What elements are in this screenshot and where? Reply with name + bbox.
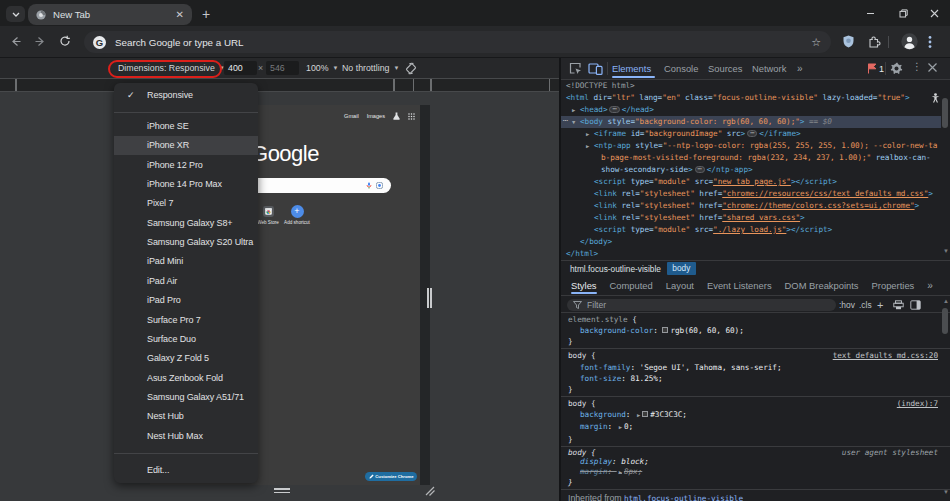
shorthand-expand-icon[interactable]: ▶ bbox=[635, 412, 642, 418]
tree-row[interactable]: <body style="background-color: rgb(60, 6… bbox=[580, 116, 832, 128]
devtools-close-button[interactable] bbox=[927, 62, 938, 73]
device-menu-item-samsung-galaxy-a51-71[interactable]: Samsung Galaxy A51/71 bbox=[114, 387, 258, 406]
profile-avatar[interactable] bbox=[901, 33, 918, 50]
tree-row[interactable]: <html dir="ltr" lang="en" class="focus-o… bbox=[566, 92, 910, 104]
expand-inline-button[interactable]: ⋯ bbox=[695, 166, 705, 173]
viewport-resize-bottom-grip[interactable] bbox=[274, 488, 290, 490]
css-selector[interactable]: body bbox=[568, 448, 586, 457]
extensions-button[interactable] bbox=[868, 35, 881, 48]
tree-row[interactable]: <!DOCTYPE html> bbox=[566, 80, 635, 92]
google-lens-icon[interactable] bbox=[376, 182, 383, 189]
customize-chrome-button[interactable]: Customize Chrome bbox=[365, 472, 417, 481]
devtools-tab-elements[interactable]: Elements bbox=[612, 58, 651, 79]
extension-shield-icon[interactable] bbox=[843, 35, 854, 48]
sidebar-tab-layout[interactable]: Layout bbox=[666, 276, 694, 296]
apps-grid-icon[interactable] bbox=[408, 113, 415, 120]
viewport-resize-right-grip[interactable] bbox=[427, 288, 429, 308]
tab-search-button[interactable] bbox=[6, 6, 25, 22]
bookmark-star-icon[interactable]: ☆ bbox=[811, 36, 821, 49]
css-declaration[interactable]: font-family: 'Segoe UI', Tahoma, sans-se… bbox=[568, 362, 950, 373]
expand-inline-button[interactable]: ⋯ bbox=[747, 130, 757, 137]
window-minimize-button[interactable] bbox=[863, 6, 877, 20]
devtools-settings-button[interactable] bbox=[890, 62, 903, 75]
rotate-viewport-button[interactable] bbox=[404, 58, 418, 78]
sidebar-more-tabs-button[interactable]: » bbox=[927, 276, 933, 296]
color-swatch[interactable] bbox=[642, 411, 648, 417]
new-style-rule-button[interactable]: + bbox=[877, 296, 883, 313]
css-declaration[interactable]: display: block; bbox=[568, 457, 950, 467]
back-button[interactable] bbox=[10, 36, 21, 47]
sidebar-tab-computed[interactable]: Computed bbox=[610, 276, 653, 296]
viewport-height-input[interactable]: 546 bbox=[266, 58, 299, 78]
device-menu-item-nest-hub-max[interactable]: Nest Hub Max bbox=[114, 426, 258, 445]
css-declaration[interactable]: font-size: 81.25%; bbox=[568, 373, 950, 384]
tree-row[interactable]: <link rel="stylesheet" href="chrome://th… bbox=[594, 200, 919, 212]
tree-row-menu-dots[interactable]: ⋯ bbox=[563, 116, 567, 128]
tree-collapsed-arrow-icon[interactable]: ▶ bbox=[572, 104, 575, 116]
stylesheet-source-link[interactable]: text_defaults_md.css:20 bbox=[833, 350, 938, 361]
device-menu-item-surface-duo[interactable]: Surface Duo bbox=[114, 329, 258, 348]
window-close-button[interactable] bbox=[927, 6, 941, 20]
tree-row[interactable]: <script type="module" src="new_tab_page.… bbox=[594, 176, 837, 188]
new-tab-button[interactable]: + bbox=[198, 6, 214, 22]
tree-row[interactable]: b-page-most-visited-foreground: rgba(232… bbox=[601, 152, 931, 164]
styles-scrollbar-thumb[interactable] bbox=[942, 308, 948, 334]
tree-row[interactable]: <link rel="stylesheet" href="chrome://re… bbox=[594, 188, 933, 200]
scroll-down-icon[interactable]: ▼ bbox=[943, 489, 949, 495]
tree-row[interactable]: </html> bbox=[566, 248, 598, 260]
shorthand-expand-icon[interactable]: ▶ bbox=[617, 424, 624, 430]
expand-inline-button[interactable]: ⋯ bbox=[609, 106, 619, 113]
css-selector[interactable]: body bbox=[568, 399, 586, 408]
devtools-tab-console[interactable]: Console bbox=[664, 58, 698, 79]
device-menu-item-ipad-mini[interactable]: iPad Mini bbox=[114, 252, 258, 271]
device-menu-item-ipad-air[interactable]: iPad Air bbox=[114, 271, 258, 290]
viewport-resize-bottom-grip[interactable] bbox=[274, 492, 290, 494]
inspect-element-button[interactable] bbox=[569, 62, 582, 75]
tree-row[interactable]: <iframe id="backgroundImage" src>⋯</ifra… bbox=[594, 128, 801, 140]
element-classes-button[interactable]: .cls bbox=[859, 296, 872, 313]
tree-row[interactable]: </body> bbox=[580, 236, 612, 248]
toggle-device-toolbar-button[interactable] bbox=[588, 62, 603, 75]
css-selector[interactable]: body bbox=[568, 351, 586, 360]
breadcrumb-body[interactable]: body bbox=[667, 262, 696, 276]
tree-collapsed-arrow-icon[interactable]: ▶ bbox=[586, 128, 589, 140]
css-selector[interactable]: element.style bbox=[568, 315, 628, 324]
sidebar-tab-dom-breakpoints[interactable]: DOM Breakpoints bbox=[785, 276, 859, 296]
device-menu-item-edit[interactable]: Edit... bbox=[114, 460, 258, 479]
viewport-resize-corner-grip[interactable] bbox=[423, 486, 435, 496]
issues-button[interactable]: 1 bbox=[867, 63, 884, 74]
elements-scrollbar-thumb[interactable] bbox=[942, 98, 948, 128]
color-swatch[interactable] bbox=[662, 327, 668, 333]
device-menu-item-ipad-pro[interactable]: iPad Pro bbox=[114, 291, 258, 310]
device-menu-item-iphone-12-pro[interactable]: iPhone 12 Pro bbox=[114, 155, 258, 174]
voice-search-icon[interactable] bbox=[366, 182, 372, 189]
sidebar-tab-event-listeners[interactable]: Event Listeners bbox=[707, 276, 772, 296]
more-tabs-button[interactable]: » bbox=[797, 58, 803, 79]
computed-sidebar-toggle-button[interactable] bbox=[910, 296, 921, 313]
sidebar-tab-styles[interactable]: Styles bbox=[571, 276, 597, 296]
address-bar[interactable]: G Search Google or type a URL ☆ bbox=[84, 31, 831, 53]
devtools-menu-button[interactable]: ⋮ bbox=[912, 61, 922, 72]
devtools-tab-sources[interactable]: Sources bbox=[708, 58, 742, 79]
rendering-emulations-button[interactable] bbox=[893, 296, 904, 313]
tree-row[interactable]: show-secondary-side>⋯</ntp-app> bbox=[601, 164, 753, 176]
browser-menu-button[interactable] bbox=[928, 35, 932, 49]
shortcut-add[interactable]: + Add shortcut bbox=[275, 205, 319, 225]
scroll-down-icon[interactable]: ▼ bbox=[943, 248, 949, 254]
css-declaration[interactable]: margin: ▶0; bbox=[568, 421, 950, 433]
device-menu-item-pixel-7[interactable]: Pixel 7 bbox=[114, 194, 258, 213]
device-menu-item-surface-pro-7[interactable]: Surface Pro 7 bbox=[114, 310, 258, 329]
shorthand-expand-icon[interactable]: ▶ bbox=[617, 469, 624, 475]
tab-new-tab[interactable]: New Tab ✕ bbox=[28, 4, 192, 25]
images-link[interactable]: Images bbox=[367, 113, 385, 119]
device-menu-item-iphone-xr[interactable]: iPhone XR bbox=[114, 136, 258, 155]
tree-row[interactable]: <head>⋯</head> bbox=[580, 104, 654, 116]
reload-button[interactable] bbox=[59, 35, 71, 47]
stylesheet-source-link[interactable]: (index):7 bbox=[897, 398, 938, 409]
search-labs-icon[interactable] bbox=[393, 112, 400, 120]
css-declaration[interactable]: margin: ▶8px; bbox=[568, 467, 950, 478]
scroll-up-icon[interactable]: ▲ bbox=[943, 298, 949, 304]
tree-expanded-arrow-icon[interactable]: ▼ bbox=[572, 116, 575, 128]
toggle-element-state-button[interactable]: :hov bbox=[839, 296, 855, 313]
device-menu-item-iphone-se[interactable]: iPhone SE bbox=[114, 117, 258, 136]
